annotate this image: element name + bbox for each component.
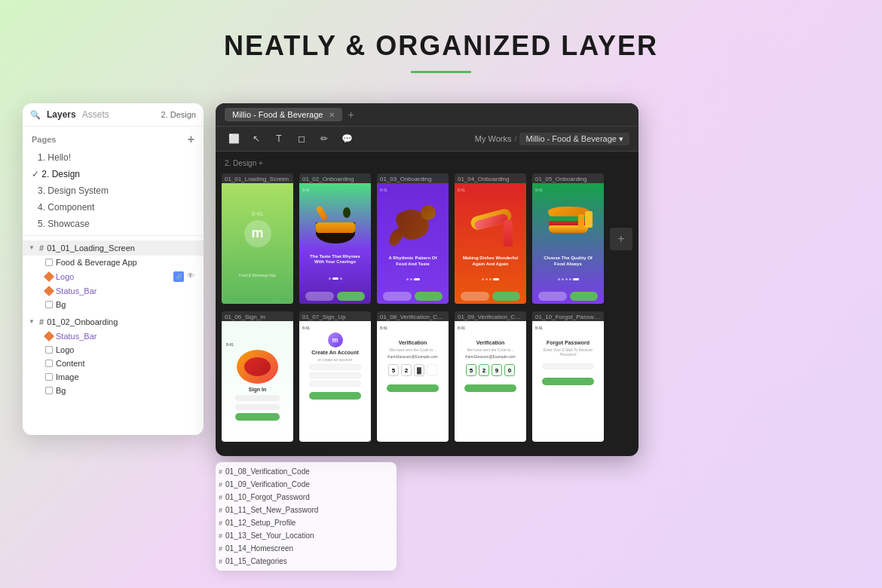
- main-content: 🔍 Layers Assets 2. Design Pages + 1. Hel…: [0, 88, 882, 578]
- frame-card-forgot[interactable]: 01_10_Forgot_Password 8:41 Forgot Passwo…: [532, 311, 604, 442]
- frame-preview: 8:41 Verification We have sent the Code …: [455, 321, 526, 442]
- frame-title: Forgot Password: [547, 340, 590, 345]
- component-icon: [44, 271, 54, 282]
- frame-label: 01_03_Onboarding: [377, 173, 449, 183]
- breadcrumb-current[interactable]: Millio - Food & Beverage ▾: [519, 133, 629, 145]
- frame-preview: 8:41 Forgot Password Enter Your E-Mail T…: [532, 321, 604, 442]
- layers-panel: 🔍 Layers Assets 2. Design Pages + 1. Hel…: [23, 103, 204, 435]
- frame-preview: 8:41 A Rhythmic Pattern Of Food And Tast…: [377, 183, 449, 304]
- list-item-14[interactable]: # 01_14_Homescreen: [216, 542, 397, 555]
- rect-icon: [45, 259, 53, 266]
- list-item-10[interactable]: # 01_10_Forgot_Password: [216, 491, 397, 504]
- frame-label: 01_10_Forgot_Password: [532, 311, 604, 321]
- layer-child-content[interactable]: Content: [23, 357, 204, 370]
- rect-icon: [45, 387, 53, 394]
- frame-card-signup[interactable]: 01_07_Sign_Up 8:41 m Create An Account o…: [299, 311, 371, 442]
- frame-title: A Rhythmic Pattern Of Food And Taste: [380, 256, 446, 268]
- frames-row-2: 01_06_Sign_In 8:41 Sign In: [222, 311, 632, 442]
- layer-child-name: Content: [56, 359, 198, 368]
- frame-label: 01_06_Sign_In: [222, 311, 293, 321]
- layer-group-onboarding[interactable]: ▼ # 01_02_Onboarding: [23, 314, 204, 329]
- frame-card-verify1[interactable]: 01_08_Verification_Code 8:41 Verificatio…: [377, 311, 449, 442]
- design-tab[interactable]: 2. Design: [161, 110, 196, 119]
- layer-section-2: ▼ # 01_02_Onboarding Status_Bar Logo Con…: [23, 313, 204, 399]
- canvas-content: 2. Design + 01_01_Loading_Screen 8:41 m …: [216, 152, 639, 456]
- frame-preview: 8:41 Sign In: [222, 321, 293, 442]
- frame-label: 01_04_Onboarding: [455, 173, 526, 183]
- layer-child-bg[interactable]: Bg: [23, 298, 204, 311]
- select-tool[interactable]: ⬜: [225, 130, 243, 148]
- add-page-button[interactable]: +: [188, 133, 194, 146]
- layer-child-logo[interactable]: Logo 🔗 👁: [23, 269, 204, 284]
- frame-icon: #: [39, 317, 44, 326]
- frame-preview: 8:41: [299, 183, 371, 304]
- search-icon[interactable]: 🔍: [30, 110, 41, 120]
- frame-card-onboarding1[interactable]: 01_02_Onboarding 8:41: [299, 173, 371, 304]
- layers-tab[interactable]: Layers: [47, 109, 76, 120]
- layer-child-image[interactable]: Image: [23, 370, 204, 384]
- layer-child-statusbar2[interactable]: Status_Bar: [23, 329, 204, 343]
- list-item-15[interactable]: # 01_15_Categories: [216, 555, 397, 568]
- tab-close-icon[interactable]: ✕: [329, 111, 335, 119]
- layers-toolbar: 🔍 Layers Assets 2. Design: [23, 103, 204, 127]
- breadcrumb-parent: My Works: [475, 134, 512, 143]
- frame-card-onboarding3[interactable]: 01_04_Onboarding 8:41: [455, 173, 526, 304]
- breadcrumb-separator: /: [514, 134, 516, 143]
- eye-icon[interactable]: 👁: [187, 271, 198, 282]
- list-item-09[interactable]: # 01_09_Verification_Code: [216, 478, 397, 491]
- layer-child-name: Status_Bar: [56, 332, 198, 341]
- frames-row-1: 01_01_Loading_Screen 8:41 m Food & Bever…: [222, 173, 632, 304]
- canvas-design-label: 2. Design +: [222, 158, 632, 169]
- page-item-3[interactable]: 3. Design System: [23, 182, 204, 199]
- shape-tool[interactable]: ◻: [292, 130, 311, 148]
- frame-label: 01_01_Loading_Screen: [222, 173, 293, 183]
- frame-label: 01_09_Verification_Code: [455, 311, 526, 321]
- frame-preview: 8:41 m Create An Account or create an ac…: [299, 321, 371, 442]
- frame-title: Create An Account: [311, 350, 359, 355]
- frame-card-verify2[interactable]: 01_09_Verification_Code 8:41 Verificatio…: [455, 311, 526, 442]
- frame-preview: 8:41 m Food & Beverage App: [222, 183, 293, 304]
- frame-card-onboarding4[interactable]: 01_05_Onboarding 8:41: [532, 173, 604, 304]
- frame-preview: 8:41 Verification We have sent the Code …: [377, 321, 449, 442]
- add-frame-button[interactable]: +: [610, 228, 632, 250]
- pen-tool[interactable]: ✏: [315, 130, 333, 148]
- layer-child-statusbar[interactable]: Status_Bar: [23, 284, 204, 298]
- layer-child-name: Logo: [56, 272, 170, 281]
- page-item-1[interactable]: 1. Hello!: [23, 149, 204, 166]
- breadcrumb: My Works / Millio - Food & Beverage ▾: [475, 133, 629, 145]
- layer-section-1: ▼ # 01_01_Loading_Screen Food & Beverage…: [23, 239, 204, 313]
- layer-action-link[interactable]: 🔗: [173, 271, 184, 282]
- canvas-tab[interactable]: Millio - Food & Beverage ✕: [225, 108, 342, 121]
- move-tool[interactable]: ↖: [247, 130, 265, 148]
- add-tab-button[interactable]: +: [348, 109, 354, 121]
- page-item-5[interactable]: 5. Showcase: [23, 216, 204, 232]
- chevron-icon: ▼: [29, 244, 36, 252]
- text-tool[interactable]: T: [270, 130, 288, 148]
- layer-child-logo2[interactable]: Logo: [23, 343, 204, 357]
- divider-1: [23, 235, 204, 236]
- canvas-area: Millio - Food & Beverage ✕ + ⬜ ↖ T ◻ ✏ 💬…: [216, 103, 639, 456]
- list-item-12[interactable]: # 01_12_Setup_Profile: [216, 516, 397, 529]
- bottom-layers-panel: # 01_08_Verification_Code # 01_09_Verifi…: [216, 462, 397, 571]
- frame-label: 01_02_Onboarding: [299, 173, 371, 183]
- layer-child-name: Bg: [56, 386, 198, 395]
- chevron-icon: ▼: [29, 318, 36, 326]
- frame-title: The Taste That Rhymes With Your Cravings: [302, 254, 368, 266]
- rect-icon: [45, 301, 53, 308]
- layer-child-bg2[interactable]: Bg: [23, 384, 204, 397]
- page-item-4[interactable]: 4. Component: [23, 199, 204, 216]
- frame-preview: 8:41: [532, 183, 604, 304]
- frame-title: Choose The Quality Of Food Always: [535, 256, 601, 268]
- page-item-2[interactable]: 2. Design: [23, 166, 204, 182]
- list-item-08[interactable]: # 01_08_Verification_Code: [216, 465, 397, 478]
- list-item-13[interactable]: # 01_13_Set_Your_Location: [216, 529, 397, 542]
- comment-tool[interactable]: 💬: [338, 130, 356, 148]
- frame-card-loading[interactable]: 01_01_Loading_Screen 8:41 m Food & Bever…: [222, 173, 293, 304]
- layer-actions: 🔗 👁: [173, 271, 198, 282]
- assets-tab[interactable]: Assets: [82, 109, 109, 120]
- frame-card-onboarding2[interactable]: 01_03_Onboarding 8:41 A Rhythm: [377, 173, 449, 304]
- list-item-11[interactable]: # 01_11_Set_New_Password: [216, 504, 397, 516]
- frame-card-signin[interactable]: 01_06_Sign_In 8:41 Sign In: [222, 311, 293, 442]
- layer-group-loading-screen[interactable]: ▼ # 01_01_Loading_Screen: [23, 240, 204, 256]
- layer-child-food-app[interactable]: Food & Beverage App: [23, 256, 204, 269]
